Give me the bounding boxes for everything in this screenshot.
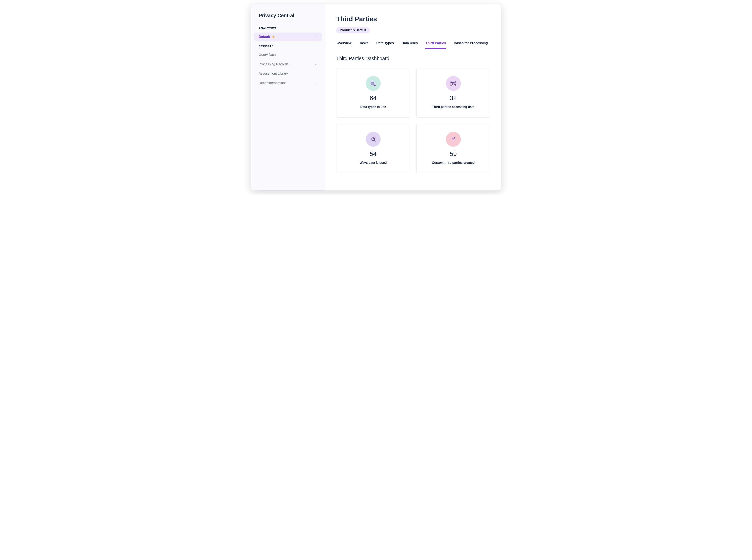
chevron-down-icon <box>314 63 317 66</box>
tab-tasks[interactable]: Tasks <box>359 40 369 48</box>
sidebar: Privacy Central Analytics Default ★ Repo… <box>251 4 325 191</box>
sidebar-item-label: Processing Records <box>259 62 288 66</box>
svg-rect-4 <box>452 82 454 85</box>
sidebar-item-assessment-library[interactable]: Assessment Library <box>255 69 322 78</box>
tab-data-uses[interactable]: Data Uses <box>401 40 418 48</box>
sidebar-section-analytics: Analytics <box>251 24 325 32</box>
sidebar-item-processing-records[interactable]: Processing Records <box>255 60 322 68</box>
card-value: 32 <box>450 95 457 102</box>
kebab-menu-icon[interactable] <box>316 36 317 38</box>
sidebar-item-default[interactable]: Default ★ <box>255 33 322 41</box>
card-label: Custom third parties created <box>432 161 475 164</box>
sidebar-item-label: Recommendations <box>259 81 286 85</box>
org-network-icon <box>446 76 461 91</box>
tab-overview[interactable]: Overview <box>336 40 352 48</box>
chip-value: Default <box>355 28 366 32</box>
database-stack-icon <box>366 76 381 91</box>
card-third-parties-accessing[interactable]: 32 Third parties accessing data <box>416 68 490 118</box>
chip-join: is <box>351 28 355 32</box>
tab-third-parties[interactable]: Third Parties <box>425 40 446 48</box>
svg-rect-0 <box>371 81 374 82</box>
star-icon: ★ <box>272 35 275 39</box>
svg-point-8 <box>451 81 451 82</box>
page-title: Third Parties <box>336 15 490 23</box>
main-content: Third Parties Product is Default Overvie… <box>325 4 501 191</box>
tab-bases-for-processing[interactable]: Bases for Processing <box>453 40 488 48</box>
sidebar-item-query-data[interactable]: Query Data <box>255 51 322 59</box>
sidebar-item-label: Default <box>259 35 270 39</box>
card-data-types-in-use[interactable]: 64 Data types in use <box>336 68 410 118</box>
svg-point-9 <box>455 81 456 82</box>
card-custom-third-parties[interactable]: 59 Custom third parties created <box>416 124 490 173</box>
sidebar-item-label: Query Data <box>259 53 276 57</box>
sidebar-item-recommendations[interactable]: Recommendations <box>255 79 322 87</box>
svg-point-11 <box>455 84 456 85</box>
svg-rect-1 <box>371 82 374 83</box>
svg-point-10 <box>451 84 451 85</box>
card-ways-data-used[interactable]: 54 Ways data is used <box>336 124 410 173</box>
sidebar-section-reports: Reports <box>251 42 325 50</box>
card-label: Data types in use <box>360 105 386 109</box>
magnify-analytics-icon <box>366 132 381 147</box>
sidebar-item-label: Assessment Library <box>259 72 288 76</box>
svg-point-3 <box>374 84 376 85</box>
filter-chip-product[interactable]: Product is Default <box>336 27 370 33</box>
app-shell: Privacy Central Analytics Default ★ Repo… <box>251 4 501 191</box>
build-tool-icon <box>446 132 461 147</box>
card-label: Ways data is used <box>360 161 387 164</box>
tab-bar: Overview Tasks Data Types Data Uses Thir… <box>336 40 490 48</box>
card-value: 54 <box>370 150 377 158</box>
dashboard-card-grid: 64 Data types in use <box>336 68 490 173</box>
svg-line-20 <box>371 141 371 142</box>
svg-line-17 <box>374 140 375 141</box>
card-value: 64 <box>370 95 377 102</box>
section-title: Third Parties Dashboard <box>336 56 490 61</box>
card-label: Third parties accessing data <box>432 105 474 109</box>
svg-rect-22 <box>452 138 454 141</box>
svg-line-18 <box>375 137 375 137</box>
chip-key: Product <box>340 28 351 32</box>
tab-data-types[interactable]: Data Types <box>376 40 394 48</box>
app-title: Privacy Central <box>251 11 325 24</box>
chevron-down-icon <box>314 82 317 84</box>
card-value: 59 <box>450 150 457 158</box>
